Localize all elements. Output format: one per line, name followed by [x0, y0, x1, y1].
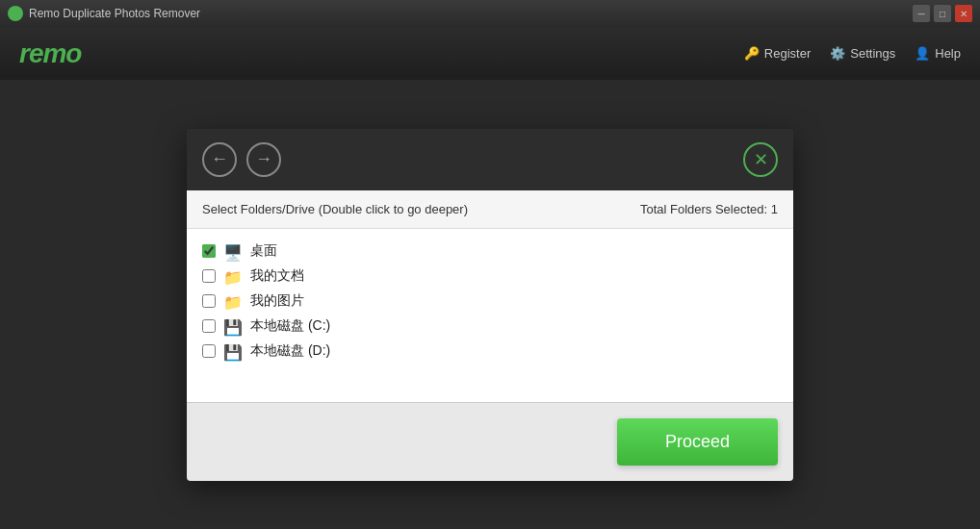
- logo-text: remo: [19, 38, 81, 68]
- folder-drive-c-checkbox[interactable]: [202, 319, 216, 333]
- folder-drive-d-label: 本地磁盘 (D:): [250, 342, 330, 360]
- app-icon: [8, 6, 23, 21]
- register-label: Register: [764, 46, 811, 61]
- register-action[interactable]: 🔑 Register: [744, 46, 811, 61]
- header-actions: 🔑 Register ⚙️ Settings 👤 Help: [744, 46, 961, 61]
- select-folders-dialog: ← → ✕ Select Folders/Drive (Double click…: [187, 129, 793, 481]
- folder-mydocs-checkbox[interactable]: [202, 269, 216, 283]
- maximize-button[interactable]: □: [934, 5, 951, 22]
- close-button[interactable]: ✕: [955, 5, 972, 22]
- window-title: Remo Duplicate Photos Remover: [29, 7, 913, 20]
- folder-mypics-checkbox[interactable]: [202, 294, 216, 308]
- settings-action[interactable]: ⚙️ Settings: [830, 46, 895, 61]
- folder-desktop-icon: 🖥️: [223, 243, 243, 259]
- dialog-header: ← → ✕: [187, 129, 793, 190]
- dialog-footer: Proceed: [187, 402, 793, 481]
- folder-desktop-label: 桌面: [250, 242, 277, 260]
- app-logo: remo: [19, 38, 81, 69]
- window-controls: ─ □ ✕: [913, 5, 972, 22]
- settings-icon: ⚙️: [830, 46, 845, 61]
- settings-label: Settings: [850, 46, 895, 61]
- main-area: ← → ✕ Select Folders/Drive (Double click…: [0, 80, 980, 529]
- folder-mypics-label: 我的图片: [250, 292, 304, 310]
- proceed-button[interactable]: Proceed: [617, 418, 778, 466]
- nav-buttons: ← →: [202, 142, 281, 177]
- folder-list: 🖥️ 桌面 📁 我的文档 📁 我的图片: [187, 229, 793, 402]
- folder-drive-d-checkbox[interactable]: [202, 344, 216, 358]
- folder-drive-c-label: 本地磁盘 (C:): [250, 317, 330, 335]
- minimize-button[interactable]: ─: [913, 5, 930, 22]
- help-icon: 👤: [915, 46, 930, 61]
- back-button[interactable]: ←: [202, 142, 237, 177]
- folder-drive-c-icon: 💾: [223, 318, 243, 334]
- folder-header-label: Select Folders/Drive (Double click to go…: [202, 202, 468, 216]
- forward-button[interactable]: →: [246, 142, 281, 177]
- list-item: 📁 我的图片: [202, 289, 778, 314]
- folder-drive-d-icon: 💾: [223, 343, 243, 359]
- folder-mydocs-icon: 📁: [223, 268, 243, 284]
- app-header: remo 🔑 Register ⚙️ Settings 👤 Help: [0, 27, 980, 80]
- list-item: 💾 本地磁盘 (D:): [202, 339, 778, 364]
- list-item: 💾 本地磁盘 (C:): [202, 314, 778, 339]
- folder-mypics-icon: 📁: [223, 293, 243, 309]
- folder-mydocs-label: 我的文档: [250, 267, 304, 285]
- list-item: 🖥️ 桌面: [202, 239, 778, 264]
- title-bar: Remo Duplicate Photos Remover ─ □ ✕: [0, 0, 980, 27]
- register-icon: 🔑: [744, 46, 760, 61]
- folder-header: Select Folders/Drive (Double click to go…: [187, 190, 793, 229]
- dialog-body: Select Folders/Drive (Double click to go…: [187, 190, 793, 402]
- dialog-close-button[interactable]: ✕: [743, 142, 778, 177]
- list-item: 📁 我的文档: [202, 264, 778, 289]
- help-action[interactable]: 👤 Help: [915, 46, 961, 61]
- total-folders-count: Total Folders Selected: 1: [640, 202, 778, 216]
- help-label: Help: [935, 46, 961, 61]
- folder-desktop-checkbox[interactable]: [202, 244, 216, 258]
